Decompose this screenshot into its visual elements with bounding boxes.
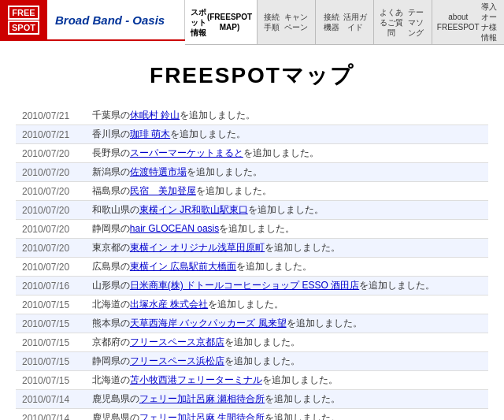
entry-link[interactable]: hair GLOCEAN oasis (130, 223, 219, 234)
page-title-area: FREESPOTマップ (16, 61, 488, 91)
entry-date: 2010/07/15 (16, 371, 86, 390)
entry-date: 2010/07/20 (16, 258, 86, 277)
entry-link[interactable]: フェリー加計呂麻 瀬相待合所 (139, 393, 265, 404)
table-row: 2010/07/20長野県のスーパーマーケットまるとを追加しました。 (16, 144, 488, 163)
page-title: FREESPOTマップ (16, 61, 488, 91)
entry-text: 北海道の苫小牧西港フェリーターミナルを追加しました。 (86, 371, 488, 390)
entries-table: 2010/07/21千葉県の休眠村 鈴山を追加しました。2010/07/21香川… (16, 106, 488, 420)
entry-link[interactable]: 民宿 美加登屋 (130, 185, 196, 196)
nav-connect-steps[interactable]: 接続手順キャンペーン (257, 0, 315, 45)
entry-date: 2010/07/20 (16, 182, 86, 201)
entry-text: 静岡県のhair GLOCEAN oasisを追加しました。 (86, 220, 488, 239)
entry-link[interactable]: 佐渡特選市場 (130, 166, 187, 177)
brand-area: Broad Band - Oasis (47, 0, 185, 39)
entry-link[interactable]: フリースペース京都店 (130, 336, 224, 348)
entry-text: 鹿児島県のフェリー加計呂麻 瀬相待合所を追加しました。 (86, 390, 488, 409)
nav-spot-info[interactable]: スポット情報(FREESPOT MAP) (185, 0, 257, 45)
entry-link[interactable]: 出塚水産 株式会社 (130, 299, 208, 310)
entry-date: 2010/07/20 (16, 163, 86, 182)
table-body: 2010/07/21千葉県の休眠村 鈴山を追加しました。2010/07/21香川… (16, 106, 488, 420)
entry-text: 京都府のフリースペース京都店を追加しました。 (86, 333, 488, 352)
entry-link[interactable]: 東横イン JR和歌山駅東口 (139, 204, 248, 215)
nav-devices[interactable]: 接続機器活用ガイド (315, 0, 373, 45)
entry-date: 2010/07/15 (16, 333, 86, 352)
table-row: 2010/07/21千葉県の休眠村 鈴山を追加しました。 (16, 106, 488, 125)
entry-text: 福島県の民宿 美加登屋を追加しました。 (86, 182, 488, 201)
entry-link[interactable]: 東横イン オリジナル浅草田原町 (130, 242, 265, 253)
table-row: 2010/07/14鹿児島県のフェリー加計呂麻 生間待合所を追加しました。 (16, 409, 488, 421)
nav-top: スポット情報(FREESPOT MAP) 接続手順キャンペーン 接続機器活用ガイ… (185, 0, 504, 45)
entry-text: 静岡県のフリースペース浜松店を追加しました。 (86, 352, 488, 371)
entry-text: 長野県のスーパーマーケットまるとを追加しました。 (86, 144, 488, 163)
table-row: 2010/07/15熊本県の天草西海岸 バックパッカーズ 風来望を追加しました。 (16, 314, 488, 333)
entry-link[interactable]: 日米商車(株) ドトールコーヒーショップ ESSO 酒田店 (130, 280, 359, 291)
table-row: 2010/07/15静岡県のフリースペース浜松店を追加しました。 (16, 352, 488, 371)
table-row: 2010/07/15北海道の出塚水産 株式会社を追加しました。 (16, 295, 488, 314)
entry-text: 和歌山県の東横イン JR和歌山駅東口を追加しました。 (86, 201, 488, 220)
logo-area: FREE SPOT (0, 0, 47, 39)
entry-date: 2010/07/20 (16, 220, 86, 239)
table-row: 2010/07/15北海道の苫小牧西港フェリーターミナルを追加しました。 (16, 371, 488, 390)
table-row: 2010/07/20東京都の東横イン オリジナル浅草田原町を追加しました。 (16, 239, 488, 258)
entry-date: 2010/07/15 (16, 352, 86, 371)
entry-link[interactable]: 珈琲 萌木 (130, 128, 170, 139)
logo-spot: SPOT (8, 20, 39, 35)
entry-text: 千葉県の休眠村 鈴山を追加しました。 (86, 106, 488, 125)
entry-link[interactable]: 天草西海岸 バックパッカーズ 風来望 (130, 318, 287, 329)
table-row: 2010/07/15京都府のフリースペース京都店を追加しました。 (16, 333, 488, 352)
entry-link[interactable]: 苫小牧西港フェリーターミナル (130, 374, 262, 385)
table-row: 2010/07/20広島県の東横イン 広島駅前大橋面を追加しました。 (16, 258, 488, 277)
entry-text: 熊本県の天草西海岸 バックパッカーズ 風来望を追加しました。 (86, 314, 488, 333)
entry-text: 鹿児島県のフェリー加計呂麻 生間待合所を追加しました。 (86, 409, 488, 421)
nav-about[interactable]: about FREESPOT導入オーナ様情報 (432, 0, 504, 45)
entry-link[interactable]: 東横イン 広島駅前大橋面 (130, 261, 236, 272)
logo-free: FREE (8, 6, 39, 20)
entry-text: 香川県の珈琲 萌木を追加しました。 (86, 125, 488, 144)
table-row: 2010/07/16山形県の日米商車(株) ドトールコーヒーショップ ESSO … (16, 277, 488, 295)
nav-faq[interactable]: よくあるご質問テーマソング (373, 0, 432, 45)
entry-date: 2010/07/14 (16, 390, 86, 409)
table-row: 2010/07/20静岡県のhair GLOCEAN oasisを追加しました。 (16, 220, 488, 239)
entry-link[interactable]: フリースペース浜松店 (130, 355, 224, 366)
entry-date: 2010/07/16 (16, 277, 86, 295)
entry-link[interactable]: フェリー加計呂麻 生間待合所 (139, 412, 265, 420)
main-content: FREESPOTマップ 2010/07/21千葉県の休眠村 鈴山を追加しました。… (0, 41, 504, 420)
entry-date: 2010/07/20 (16, 239, 86, 258)
entry-link[interactable]: 休眠村 鈴山 (130, 110, 180, 121)
brand-title: Broad Band - Oasis (55, 13, 165, 27)
entry-date: 2010/07/21 (16, 106, 86, 125)
entry-link[interactable]: スーパーマーケットまると (130, 147, 243, 158)
entry-text: 山形県の日米商車(株) ドトールコーヒーショップ ESSO 酒田店を追加しました… (86, 277, 488, 295)
table-row: 2010/07/20新潟県の佐渡特選市場を追加しました。 (16, 163, 488, 182)
table-row: 2010/07/20福島県の民宿 美加登屋を追加しました。 (16, 182, 488, 201)
header: FREE SPOT Broad Band - Oasis スポット情報(FREE… (0, 0, 504, 41)
entry-date: 2010/07/15 (16, 314, 86, 333)
table-row: 2010/07/21香川県の珈琲 萌木を追加しました。 (16, 125, 488, 144)
entry-date: 2010/07/20 (16, 144, 86, 163)
table-row: 2010/07/20和歌山県の東横イン JR和歌山駅東口を追加しました。 (16, 201, 488, 220)
entry-date: 2010/07/20 (16, 201, 86, 220)
table-row: 2010/07/14鹿児島県のフェリー加計呂麻 瀬相待合所を追加しました。 (16, 390, 488, 409)
entry-text: 東京都の東横イン オリジナル浅草田原町を追加しました。 (86, 239, 488, 258)
entry-date: 2010/07/21 (16, 125, 86, 144)
entry-date: 2010/07/15 (16, 295, 86, 314)
entry-text: 広島県の東横イン 広島駅前大橋面を追加しました。 (86, 258, 488, 277)
entry-text: 北海道の出塚水産 株式会社を追加しました。 (86, 295, 488, 314)
nav-area: スポット情報(FREESPOT MAP) 接続手順キャンペーン 接続機器活用ガイ… (185, 0, 504, 39)
entry-text: 新潟県の佐渡特選市場を追加しました。 (86, 163, 488, 182)
entry-date: 2010/07/14 (16, 409, 86, 421)
